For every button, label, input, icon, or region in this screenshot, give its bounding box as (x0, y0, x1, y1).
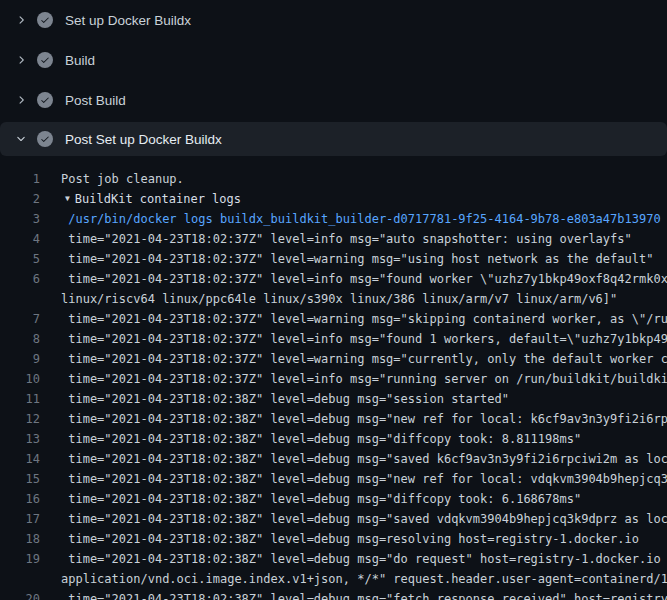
chevron-right-icon (13, 92, 29, 108)
step-label: Post Set up Docker Buildx (65, 132, 222, 147)
log-line-text: time="2021-04-23T18:02:37Z" level=info m… (61, 269, 667, 289)
line-number-link[interactable]: 10 (0, 369, 40, 389)
line-number-link[interactable]: 3 (0, 209, 40, 229)
line-number-blank (0, 569, 40, 589)
line-number-link[interactable]: 2 (0, 189, 40, 209)
log-line: 5 time="2021-04-23T18:02:37Z" level=warn… (0, 249, 667, 269)
log-line-text: time="2021-04-23T18:02:38Z" level=debug … (61, 489, 581, 509)
log-line-text: time="2021-04-23T18:02:38Z" level=debug … (61, 389, 509, 409)
log-line-text: time="2021-04-23T18:02:38Z" level=debug … (61, 449, 667, 469)
log-line-text: linux/riscv64 linux/ppc64le linux/s390x … (61, 289, 617, 309)
log-line-text: time="2021-04-23T18:02:38Z" level=debug … (61, 589, 667, 600)
line-number-link[interactable]: 19 (0, 549, 40, 569)
step-row-post-setup-docker-buildx[interactable]: Post Set up Docker Buildx (0, 122, 667, 156)
log-line: 17 time="2021-04-23T18:02:38Z" level=deb… (0, 509, 667, 529)
log-line: 12 time="2021-04-23T18:02:38Z" level=deb… (0, 409, 667, 429)
log-line-text: time="2021-04-23T18:02:37Z" level=warnin… (61, 249, 653, 269)
log-line-text: time="2021-04-23T18:02:37Z" level=info m… (61, 329, 667, 349)
log-group-header[interactable]: 2 ▼ BuildKit container logs (0, 189, 667, 209)
line-number-link[interactable]: 15 (0, 469, 40, 489)
log-line-text: time="2021-04-23T18:02:38Z" level=debug … (61, 509, 667, 529)
log-line-text: time="2021-04-23T18:02:37Z" level=info m… (61, 369, 667, 389)
log-line-text: time="2021-04-23T18:02:37Z" level=warnin… (61, 309, 667, 329)
log-line-text: time="2021-04-23T18:02:38Z" level=debug … (61, 549, 667, 569)
line-number-link[interactable]: 20 (0, 589, 40, 600)
check-circle-icon (37, 131, 53, 147)
log-line: 18 time="2021-04-23T18:02:38Z" level=deb… (0, 529, 667, 549)
line-number-link[interactable]: 13 (0, 429, 40, 449)
line-number-link[interactable]: 8 (0, 329, 40, 349)
line-number-link[interactable]: 17 (0, 509, 40, 529)
line-number-link[interactable]: 6 (0, 269, 40, 289)
group-expanded-icon[interactable]: ▼ (65, 189, 70, 209)
steps-list: Set up Docker Buildx Build Post Build Po… (0, 0, 667, 156)
log-line-text: application/vnd.oci.image.index.v1+json,… (61, 569, 667, 589)
log-line-text: time="2021-04-23T18:02:37Z" level=info m… (61, 229, 632, 249)
step-row-build[interactable]: Build (0, 40, 667, 80)
line-number-link[interactable]: 5 (0, 249, 40, 269)
log-line: 3 /usr/bin/docker logs buildx_buildkit_b… (0, 209, 667, 229)
log-line: 13 time="2021-04-23T18:02:38Z" level=deb… (0, 429, 667, 449)
log-line: 11 time="2021-04-23T18:02:38Z" level=deb… (0, 389, 667, 409)
line-number-link[interactable]: 9 (0, 349, 40, 369)
log-line-text: time="2021-04-23T18:02:38Z" level=debug … (61, 529, 639, 549)
log-group-label: BuildKit container logs (75, 189, 241, 209)
step-label: Build (65, 53, 95, 68)
log-line: 10 time="2021-04-23T18:02:37Z" level=inf… (0, 369, 667, 389)
log-line-continuation: application/vnd.oci.image.index.v1+json,… (0, 569, 667, 589)
log-command-text: /usr/bin/docker logs buildx_buildkit_bui… (61, 209, 661, 229)
log-line: 1 Post job cleanup. (0, 169, 667, 189)
log-line: 6 time="2021-04-23T18:02:37Z" level=info… (0, 269, 667, 289)
check-circle-icon (37, 92, 53, 108)
log-line-text: time="2021-04-23T18:02:38Z" level=debug … (61, 409, 667, 429)
log-line-text: Post job cleanup. (61, 169, 184, 189)
log-line: 15 time="2021-04-23T18:02:38Z" level=deb… (0, 469, 667, 489)
line-number-link[interactable]: 11 (0, 389, 40, 409)
check-circle-icon (37, 52, 53, 68)
line-number-link[interactable]: 1 (0, 169, 40, 189)
log-line-text: time="2021-04-23T18:02:37Z" level=warnin… (61, 349, 667, 369)
line-number-link[interactable]: 7 (0, 309, 40, 329)
check-circle-icon (37, 12, 53, 28)
log-line: 4 time="2021-04-23T18:02:37Z" level=info… (0, 229, 667, 249)
log-line-text: time="2021-04-23T18:02:38Z" level=debug … (61, 469, 667, 489)
chevron-down-icon (13, 131, 29, 147)
log-line: 20 time="2021-04-23T18:02:38Z" level=deb… (0, 589, 667, 600)
log-line: 9 time="2021-04-23T18:02:37Z" level=warn… (0, 349, 667, 369)
chevron-right-icon (13, 52, 29, 68)
step-row-setup-docker-buildx[interactable]: Set up Docker Buildx (0, 0, 667, 40)
step-label: Set up Docker Buildx (65, 13, 191, 28)
line-number-link[interactable]: 16 (0, 489, 40, 509)
log-line-continuation: linux/riscv64 linux/ppc64le linux/s390x … (0, 289, 667, 309)
log-line: 7 time="2021-04-23T18:02:37Z" level=warn… (0, 309, 667, 329)
log-line: 19 time="2021-04-23T18:02:38Z" level=deb… (0, 549, 667, 569)
step-label: Post Build (65, 93, 126, 108)
line-number-blank (0, 289, 40, 309)
log-line: 16 time="2021-04-23T18:02:38Z" level=deb… (0, 489, 667, 509)
chevron-right-icon (13, 12, 29, 28)
line-number-link[interactable]: 18 (0, 529, 40, 549)
line-number-link[interactable]: 4 (0, 229, 40, 249)
log-line-text: time="2021-04-23T18:02:38Z" level=debug … (61, 429, 581, 449)
log-line: 8 time="2021-04-23T18:02:37Z" level=info… (0, 329, 667, 349)
log-viewer: 1 Post job cleanup. 2 ▼ BuildKit contain… (0, 156, 667, 600)
line-number-link[interactable]: 12 (0, 409, 40, 429)
actions-log-panel: { "steps": [ {"label": "Set up Docker Bu… (0, 0, 667, 600)
line-number-link[interactable]: 14 (0, 449, 40, 469)
log-line: 14 time="2021-04-23T18:02:38Z" level=deb… (0, 449, 667, 469)
step-row-post-build[interactable]: Post Build (0, 80, 667, 120)
